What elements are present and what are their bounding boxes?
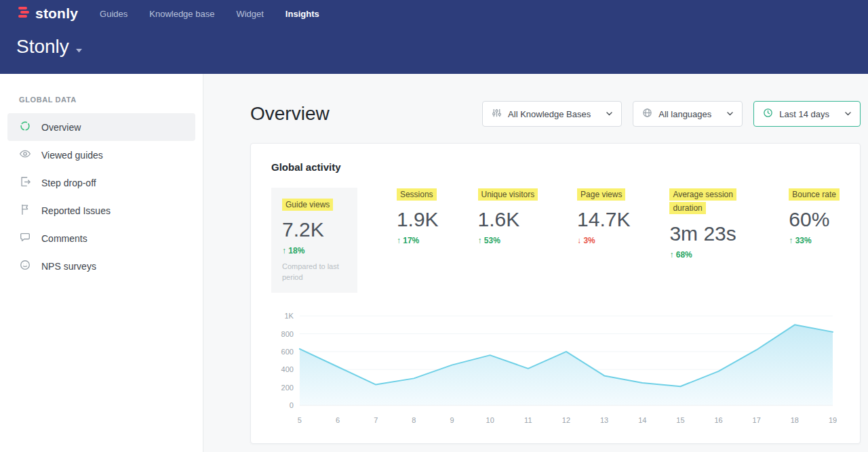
stonly-logo[interactable]: stonly [16,5,78,22]
sidebar-section-label: GLOBAL DATA [0,96,203,104]
svg-text:200: 200 [281,384,294,392]
overview-icon [19,120,31,134]
metric-value: 7.2K [282,218,347,241]
svg-text:8: 8 [412,416,416,424]
sidebar-item-label: Comments [41,233,87,244]
metric-page-views[interactable]: Page views 14.7K ↓ 3% [577,188,630,245]
sidebar-item-label: Overview [41,122,81,133]
comment-icon [19,231,31,245]
up-arrow-icon: ↑ [478,236,482,245]
sidebar-item-label: Reported Issues [41,205,111,216]
main-nav: Guides Knowledge base Widget Insights [100,9,319,19]
svg-text:12: 12 [562,416,570,424]
page-title: Overview [250,103,330,125]
metric-unique-visitors[interactable]: Unique visitors 1.6K ↑ 53% [478,188,538,245]
metric-value: 1.6K [478,208,538,231]
sidebar-item-label: NPS surveys [41,261,96,272]
sidebar: GLOBAL DATA Overview Viewed guides [0,74,203,452]
metric-label: Bounce rate [789,188,840,201]
svg-text:15: 15 [676,416,684,424]
metric-label: Sessions [397,188,437,201]
knowledge-bases-dropdown-value: All Knowledge Bases [508,109,591,119]
languages-dropdown-value: All languages [658,109,711,119]
metric-guide-views[interactable]: Guide views 7.2K ↑ 18% Compared to last … [271,188,357,293]
up-arrow-icon: ↑ [282,246,286,255]
metric-change: ↑ 17% [397,236,439,245]
metrics-row: Guide views 7.2K ↑ 18% Compared to last … [271,188,840,293]
metric-change: ↑ 68% [669,250,749,260]
sidebar-item-step-drop-off[interactable]: Step drop-off [7,169,195,197]
svg-text:16: 16 [714,416,722,424]
sidebar-item-comments[interactable]: Comments [7,224,195,252]
workspace-switcher[interactable]: Stonly [0,27,868,74]
down-arrow-icon: ↓ [577,236,581,245]
date-range-dropdown[interactable]: Last 14 days [753,101,861,127]
card-title: Global activity [271,161,840,173]
metric-label: Unique visitors [478,188,538,201]
up-arrow-icon: ↑ [789,236,793,245]
svg-text:800: 800 [281,330,294,338]
compare-note: Compared to last period [282,262,347,283]
filters-row: All Knowledge Bases [482,101,861,127]
clock-icon [763,108,773,120]
svg-text:13: 13 [600,416,608,424]
chevron-down-icon [727,112,733,116]
stonly-logo-icon [16,5,31,22]
sidebar-item-viewed-guides[interactable]: Viewed guides [7,141,195,169]
activity-chart-container: 02004006008001K5678910111213141516171819 [271,310,840,430]
languages-dropdown[interactable]: All languages [633,101,743,127]
svg-text:6: 6 [336,416,340,424]
sidebar-item-label: Viewed guides [41,150,103,161]
nav-knowledge-base[interactable]: Knowledge base [149,9,214,19]
smiley-icon [19,259,31,273]
svg-text:11: 11 [524,416,532,424]
metric-bounce-rate[interactable]: Bounce rate 60% ↑ 33% [789,188,840,245]
svg-text:9: 9 [450,416,454,424]
top-header: stonly Guides Knowledge base Widget Insi… [0,0,868,74]
up-arrow-icon: ↑ [397,236,401,245]
chevron-down-icon [76,43,83,56]
metric-change: ↓ 3% [577,236,630,245]
metric-change: ↑ 18% [282,246,347,255]
main-content: Overview All Knowledge Bases [203,74,868,452]
nav-guides[interactable]: Guides [100,9,127,19]
nav-insights[interactable]: Insights [285,9,319,19]
metric-value: 60% [789,208,840,231]
sidebar-item-label: Step drop-off [41,178,96,188]
svg-text:600: 600 [281,348,294,356]
metric-average-session-duration[interactable]: Average session duration 3m 23s ↑ 68% [669,188,749,260]
svg-text:1K: 1K [284,312,294,320]
app-root: stonly Guides Knowledge base Widget Insi… [0,0,868,452]
metric-label: Guide views [282,199,333,211]
global-activity-card: Global activity Guide views 7.2K ↑ 18% C… [250,143,861,444]
knowledge-bases-dropdown[interactable]: All Knowledge Bases [482,101,622,127]
sidebar-item-overview[interactable]: Overview [7,113,195,141]
metric-change: ↑ 33% [789,236,840,245]
svg-text:400: 400 [281,365,294,373]
nav-widget[interactable]: Widget [236,9,263,19]
body-row: GLOBAL DATA Overview Viewed guides [0,74,868,452]
sidebar-item-nps-surveys[interactable]: NPS surveys [7,252,195,280]
flag-icon [19,203,31,218]
stonly-logo-text: stonly [35,5,78,22]
sidebar-item-reported-issues[interactable]: Reported Issues [7,197,195,224]
metric-label: Average session duration [669,188,736,214]
metric-value: 14.7K [577,208,630,231]
metric-value: 1.9K [397,208,439,231]
metric-value: 3m 23s [669,222,749,245]
metric-sessions[interactable]: Sessions 1.9K ↑ 17% [397,188,439,245]
date-range-dropdown-value: Last 14 days [779,109,829,119]
metric-change: ↑ 53% [478,236,538,245]
top-navbar: stonly Guides Knowledge base Widget Insi… [0,0,868,27]
svg-text:14: 14 [638,416,646,424]
metric-label: Page views [577,188,625,201]
svg-text:7: 7 [374,416,378,424]
workspace-name: Stonly [16,36,69,58]
main-header-row: Overview All Knowledge Bases [250,101,861,127]
svg-text:17: 17 [753,416,761,424]
chevron-down-icon [606,112,612,116]
svg-text:10: 10 [486,416,494,424]
svg-text:18: 18 [791,416,799,424]
svg-text:0: 0 [290,401,294,409]
sliders-icon [492,108,502,120]
